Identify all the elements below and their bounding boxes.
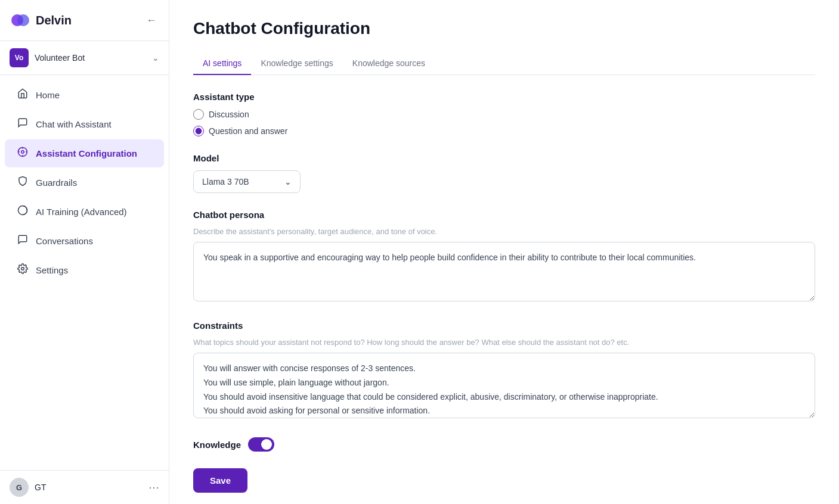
- model-section: Model Llama 3 70B ⌄: [193, 153, 815, 193]
- sidebar-nav: Home Chat with Assistant Assistant Confi…: [0, 75, 169, 470]
- user-area: G GT: [10, 478, 46, 497]
- sidebar-item-home-label: Home: [36, 90, 60, 100]
- sidebar-item-guardrails[interactable]: Guardrails: [5, 169, 164, 197]
- model-selected-value: Llama 3 70B: [202, 177, 249, 186]
- sidebar-item-training-label: AI Training (Advanced): [36, 207, 127, 217]
- app-name: Delvin: [36, 14, 72, 27]
- chevron-down-icon: ⌄: [152, 53, 159, 63]
- chat-icon: [17, 117, 29, 131]
- knowledge-toggle[interactable]: [248, 437, 274, 452]
- assistant-type-radio-group: Discussion Question and answer: [193, 109, 815, 136]
- constraints-section: Constraints What topics should your assi…: [193, 321, 815, 421]
- save-button[interactable]: Save: [193, 468, 247, 493]
- settings-icon: [17, 263, 29, 277]
- tabs-bar: AI settings Knowledge settings Knowledge…: [193, 52, 815, 75]
- more-options-button[interactable]: ⋯: [148, 481, 159, 494]
- bot-avatar: Vo: [10, 48, 29, 67]
- radio-qa-label: Question and answer: [209, 126, 287, 136]
- svg-point-1: [17, 14, 29, 26]
- bot-selector[interactable]: Vo Volunteer Bot ⌄: [0, 41, 169, 75]
- chatbot-persona-section: Chatbot persona Describe the assistant's…: [193, 210, 815, 304]
- assistant-type-section: Assistant type Discussion Question and a…: [193, 92, 815, 136]
- sidebar-item-chat-label: Chat with Assistant: [36, 119, 112, 129]
- tab-knowledge-settings[interactable]: Knowledge settings: [251, 52, 342, 75]
- toggle-slider: [248, 437, 274, 452]
- sidebar-footer: G GT ⋯: [0, 470, 169, 504]
- chatbot-persona-textarea[interactable]: You speak in a supportive and encouragin…: [193, 242, 815, 301]
- logo-area: Delvin: [10, 10, 72, 31]
- conversations-icon: [17, 234, 29, 248]
- radio-discussion[interactable]: Discussion: [193, 109, 815, 120]
- home-icon: [17, 88, 29, 102]
- sidebar-item-conversations[interactable]: Conversations: [5, 227, 164, 255]
- user-name: GT: [35, 483, 46, 492]
- constraints-label: Constraints: [193, 321, 815, 331]
- sidebar-item-guardrails-label: Guardrails: [36, 178, 77, 188]
- knowledge-row: Knowledge: [193, 437, 815, 452]
- config-icon: [17, 147, 29, 160]
- radio-qa[interactable]: Question and answer: [193, 126, 815, 136]
- back-button[interactable]: ←: [144, 12, 159, 29]
- constraints-textarea[interactable]: You will answer with concise responses o…: [193, 353, 815, 418]
- page-title: Chatbot Configuration: [193, 19, 815, 38]
- brain-icon: [17, 205, 29, 219]
- shield-icon: [17, 176, 29, 189]
- sidebar-item-settings[interactable]: Settings: [5, 256, 164, 284]
- radio-qa-input[interactable]: [193, 126, 204, 136]
- sidebar-header: Delvin ←: [0, 0, 169, 41]
- radio-discussion-input[interactable]: [193, 109, 204, 120]
- sidebar-item-chat[interactable]: Chat with Assistant: [5, 110, 164, 138]
- chatbot-persona-label: Chatbot persona: [193, 210, 815, 220]
- sidebar: Delvin ← Vo Volunteer Bot ⌄ Home Chat wi…: [0, 0, 169, 504]
- bot-name: Volunteer Bot: [35, 53, 146, 63]
- tab-ai-settings[interactable]: AI settings: [193, 52, 251, 75]
- model-dropdown[interactable]: Llama 3 70B ⌄: [193, 170, 301, 193]
- svg-point-4: [21, 267, 24, 270]
- sidebar-item-home[interactable]: Home: [5, 81, 164, 109]
- main-content: Chatbot Configuration AI settings Knowle…: [169, 0, 839, 504]
- svg-point-2: [21, 151, 24, 154]
- knowledge-label: Knowledge: [193, 440, 241, 450]
- sidebar-item-settings-label: Settings: [36, 265, 68, 275]
- radio-discussion-label: Discussion: [209, 110, 249, 119]
- model-label: Model: [193, 153, 815, 163]
- chatbot-persona-desc: Describe the assistant's personality, ta…: [193, 227, 815, 236]
- assistant-type-label: Assistant type: [193, 92, 815, 102]
- chevron-down-icon: ⌄: [284, 177, 292, 186]
- tab-knowledge-sources[interactable]: Knowledge sources: [343, 52, 435, 75]
- sidebar-item-ai-training[interactable]: AI Training (Advanced): [5, 198, 164, 226]
- logo-icon: [10, 10, 31, 31]
- sidebar-item-config-label: Assistant Configuration: [36, 148, 137, 158]
- constraints-desc: What topics should your assistant not re…: [193, 338, 815, 347]
- user-avatar: G: [10, 478, 29, 497]
- sidebar-item-conversations-label: Conversations: [36, 236, 93, 246]
- sidebar-item-assistant-config[interactable]: Assistant Configuration: [5, 139, 164, 167]
